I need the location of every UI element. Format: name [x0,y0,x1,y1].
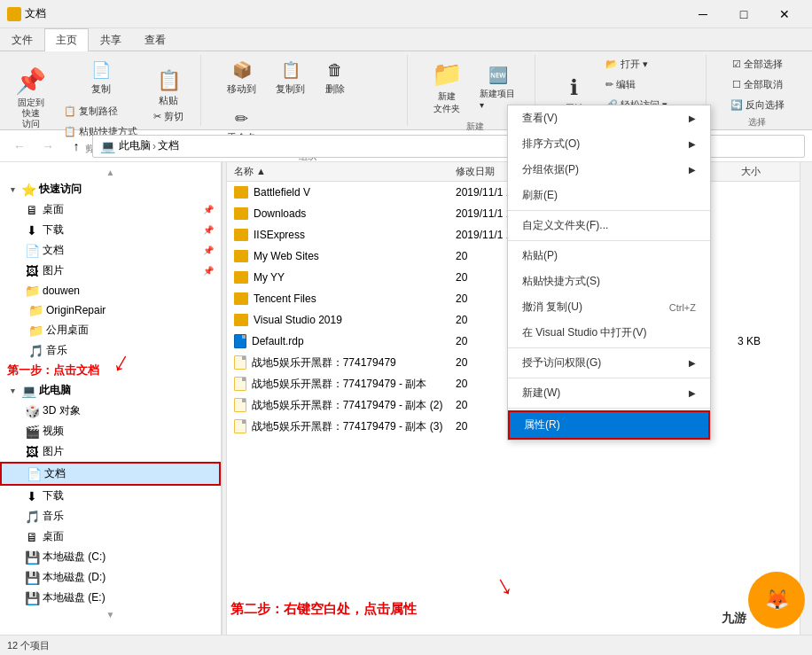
documents2-icon: 📄 [27,467,41,481]
sidebar-item-douwen[interactable]: 📁 douwen [0,281,221,300]
title-bar-left: 文档 [7,6,46,21]
music-icon: 🎵 [28,344,43,358]
publicdesktop-icon: 📁 [28,324,43,338]
sidebar-item-documents[interactable]: 📄 文档 📌 [0,240,221,261]
sidebar-item-localc[interactable]: 💾 本地磁盘 (C:) [0,547,221,567]
sidebar-item-desktop2[interactable]: 🖥 桌面 [0,526,221,547]
invertselect-button[interactable]: 🔄 反向选择 [724,96,791,114]
maximize-button[interactable]: □ [723,0,764,28]
ctx-vs[interactable]: 在 Visual Studio 中打开(V) [508,320,710,346]
watermark-label: 九游 [722,611,746,627]
tab-view[interactable]: 查看 [133,28,177,51]
sidebar-item-locald[interactable]: 💾 本地磁盘 (D:) [0,567,221,588]
ribbon-tabs: 文件 主页 共享 查看 [0,28,812,51]
paste-button[interactable]: 📋 粘贴 [147,70,190,105]
up-button[interactable]: ↑ [64,134,89,159]
tab-share[interactable]: 共享 [89,28,133,51]
vertical-scrollbar[interactable] [800,162,812,635]
sidebar-item-music2[interactable]: 🎵 音乐 [0,506,221,526]
select-label: 选择 [748,114,766,129]
close-button[interactable]: ✕ [764,0,805,28]
sidebar-item-downloads2[interactable]: ⬇ 下载 [0,486,221,506]
copypath-button[interactable]: 📋 复制路径 [58,102,144,121]
address-thispc[interactable]: 此电脑 [119,138,151,153]
ctx-paste[interactable]: 粘贴(P) [508,243,710,269]
address-documents[interactable]: 文档 [158,138,179,153]
copy-icon: 📄 [90,59,112,81]
selectnone-button[interactable]: ☐ 全部取消 [726,75,789,94]
ctx-divider-1 [508,210,710,211]
copy-button[interactable]: 📄 复制 [58,55,144,100]
step1-text: 第一步：点击文档 [0,361,221,380]
tab-file[interactable]: 文件 [0,28,44,51]
newfolder-button[interactable]: 📁 新建文件夹 [426,55,468,119]
minimize-button[interactable]: ─ [683,0,723,28]
downloads2-icon: ⬇ [25,489,39,503]
forward-button[interactable]: → [35,134,60,159]
ctx-sort[interactable]: 排序方式(O)▶ [508,131,710,157]
sidebar-item-video[interactable]: 🎬 视频 [0,421,221,441]
status-bar: 12 个项目 [0,635,812,655]
folder-icon [234,229,248,241]
ctx-view[interactable]: 查看(V)▶ [508,105,710,131]
open-button[interactable]: 📂 打开 ▾ [599,55,674,74]
window-icon [7,7,21,21]
sidebar-item-documents2[interactable]: 📄 文档 [0,462,221,486]
3dobjects-icon: 🎲 [25,404,39,418]
filename: My Web Sites [254,250,319,262]
sidebar: ▲ ▾ ⭐ 快速访问 🖥 桌面 📌 ⬇ 下载 📌 📄 文档 📌 🖼 图片 📌 [0,162,222,635]
back-button[interactable]: ← [7,134,32,159]
ctx-undo[interactable]: 撤消 复制(U)Ctrl+Z [508,294,710,320]
ctx-refresh[interactable]: 刷新(E) [508,183,710,208]
sidebar-desktop-label: 桌面 [43,202,64,217]
ribbon-group-organize: 📦 移动到 📋 复制到 🗑 删除 ✏ 重命名 组织 [219,55,408,126]
sidebar-item-3dobjects[interactable]: 🎲 3D 对象 [0,401,221,421]
select-items: ☑ 全部选择 ☐ 全部取消 🔄 反向选择 [724,55,791,114]
ctx-group[interactable]: 分组依据(P)▶ [508,157,710,183]
ctx-pasteshortcut[interactable]: 粘贴快捷方式(S) [508,269,710,294]
downloads2-label: 下载 [43,488,64,503]
pin-button[interactable]: 📌 固定到快速访问 [7,66,54,130]
filename: Tencent Files [254,292,316,305]
delete-button[interactable]: 🗑 删除 [316,55,354,100]
ctx-customize[interactable]: 自定义文件夹(F)... [508,213,710,238]
folder-icon [234,292,248,305]
pin-icon: 📌 [15,66,46,96]
tab-home[interactable]: 主页 [44,28,89,51]
ctx-properties[interactable]: 属性(R) [508,410,710,440]
file-icon [234,419,246,433]
selectall-button[interactable]: ☑ 全部选择 [726,55,789,74]
filename: 战地5娱乐开黑群：774179479 [252,355,396,370]
video-icon: 🎬 [25,425,39,439]
scroll-up-indicator: ▲ [0,166,221,179]
cut-button[interactable]: ✂ 剪切 [147,107,190,126]
moveto-button[interactable]: 📦 移动到 [219,55,264,100]
sidebar-pictures-label: 图片 [43,263,64,278]
watermark: 🦊 [748,572,805,628]
ctx-new[interactable]: 新建(W)▶ [508,380,710,406]
sidebar-item-originrepair[interactable]: 📁 OriginRepair [0,300,221,320]
sidebar-item-pictures[interactable]: 🖼 图片 📌 [0,261,221,281]
sidebar-item-downloads[interactable]: ⬇ 下载 📌 [0,220,221,240]
sidebar-item-quickaccess[interactable]: ▾ ⭐ 快速访问 [0,179,221,199]
sidebar-item-locale[interactable]: 💾 本地磁盘 (E:) [0,588,221,608]
sidebar-item-desktop[interactable]: 🖥 桌面 📌 [0,199,221,220]
edit-button[interactable]: ✏ 编辑 [599,75,674,94]
copyto-button[interactable]: 📋 复制到 [268,55,313,100]
sidebar-item-music[interactable]: 🎵 音乐 [0,340,221,361]
ctx-divider-3 [508,347,710,348]
ctx-access[interactable]: 授予访问权限(G)▶ [508,350,710,376]
documents2-label: 文档 [44,466,66,481]
watermark-icon: 🦊 [765,589,789,612]
sidebar-item-pictures2[interactable]: 🖼 图片 [0,441,221,462]
folder-icon [234,250,248,262]
locald-label: 本地磁盘 (D:) [43,570,105,585]
sidebar-item-thispc[interactable]: ▾ 💻 此电脑 [0,380,221,401]
sidebar-item-publicdesktop[interactable]: 📁 公用桌面 [0,320,221,340]
rdp-file-icon [234,334,246,348]
col-name-header[interactable]: 名称 ▲ [227,165,449,178]
ribbon-clipboard-items: 📌 固定到快速访问 📄 复制 📋 复制路径 📋 粘贴快捷方式 📋 [7,55,190,141]
file-icon [234,377,246,391]
file-icon [234,355,246,370]
sidebar-downloads-label: 下载 [43,222,64,238]
